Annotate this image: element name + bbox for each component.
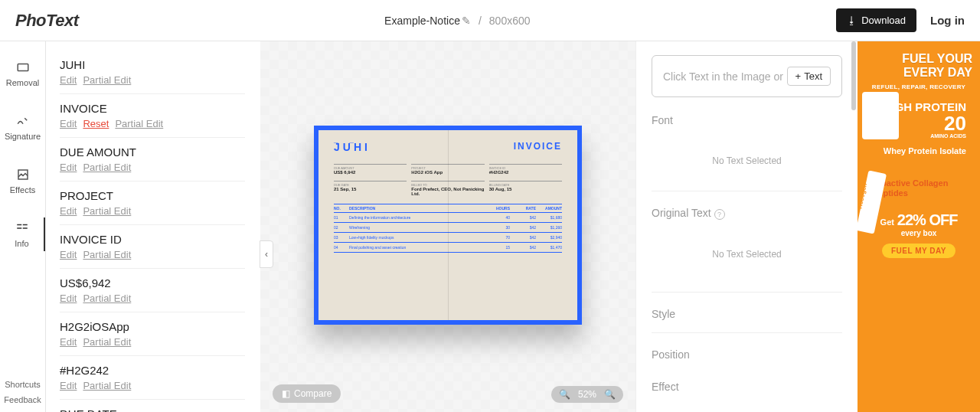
info-action-edit[interactable]: Edit <box>60 118 77 129</box>
zoom-out-button[interactable]: 🔍 <box>559 389 570 400</box>
info-action-edit[interactable]: Edit <box>60 249 77 260</box>
style-section-label: Style <box>652 308 842 320</box>
invoice-heading: INVOICE <box>514 141 562 153</box>
scrollbar[interactable] <box>851 41 856 412</box>
compare-icon: ◧ <box>282 388 290 399</box>
ad-cta-button[interactable]: FUEL MY DAY <box>882 244 956 258</box>
position-section-label: Position <box>652 348 842 361</box>
font-empty: No Text Selected <box>652 131 842 191</box>
effect-section-label: Effect <box>652 381 842 393</box>
info-action-partial-edit[interactable]: Partial Edit <box>115 118 163 129</box>
info-action-partial-edit[interactable]: Partial Edit <box>83 380 131 391</box>
ad-whey: Whey Protein Isolate <box>865 146 972 155</box>
svg-rect-2 <box>17 224 21 226</box>
invoice-cell: DUE AMOUNTUS$ 6,942 <box>334 164 407 175</box>
info-action-edit[interactable]: Edit <box>60 205 77 217</box>
nav-signature[interactable]: Signature <box>0 110 45 144</box>
text-prompt-box: Click Text in the Image or +Text <box>652 55 842 97</box>
collapse-panel-button[interactable]: ‹ <box>260 240 273 268</box>
info-block: H2G2iOSAppEditPartial Edit <box>60 312 245 356</box>
info-action-edit[interactable]: Edit <box>60 74 77 86</box>
info-action-reset[interactable]: Reset <box>83 118 109 129</box>
info-block-title: JUHI <box>60 58 245 71</box>
invoice-cell: PROJECTH2G2 iOS App <box>411 164 484 175</box>
info-action-partial-edit[interactable]: Partial Edit <box>83 336 131 348</box>
info-block-actions: EditPartial Edit <box>60 336 245 348</box>
ad-headline: FUEL YOUR EVERY DAY <box>865 52 972 79</box>
properties-panel: Click Text in the Image or +Text Font No… <box>635 41 858 412</box>
info-block-title: PROJECT <box>60 189 245 202</box>
logo[interactable]: PhoText <box>15 11 78 31</box>
nav-removal[interactable]: Removal <box>0 57 45 90</box>
topbar: PhoText Example-Notice✎ / 800x600 ⭳ Down… <box>0 0 980 41</box>
svg-rect-0 <box>18 64 28 71</box>
font-section-label: Font <box>652 114 842 126</box>
nav-info-label: Info <box>15 239 28 248</box>
info-block-title: DUE AMOUNT <box>60 146 245 159</box>
invoice-table-row: 03Low+high fidelity mockups70$42$2,940 <box>334 233 562 243</box>
invoice-preview[interactable]: JUHI INVOICE DUE AMOUNTUS$ 6,942PROJECTH… <box>314 126 582 325</box>
help-icon[interactable]: ? <box>714 209 725 220</box>
shortcuts-link[interactable]: Shortcuts <box>5 380 40 389</box>
zoom-in-button[interactable]: 🔍 <box>604 389 616 400</box>
info-action-edit[interactable]: Edit <box>60 162 77 173</box>
info-action-edit[interactable]: Edit <box>60 380 77 391</box>
info-block-title: DUE DATE <box>60 407 245 412</box>
add-text-label: Text <box>804 70 822 82</box>
info-block: JUHIEditPartial Edit <box>60 51 245 94</box>
separator: / <box>479 15 482 27</box>
nav-removal-label: Removal <box>6 78 39 87</box>
nav-effects-label: Effects <box>10 185 35 195</box>
info-action-partial-edit[interactable]: Partial Edit <box>83 293 131 304</box>
original-text-label: Original Text? <box>652 207 842 220</box>
info-block-actions: EditPartial Edit <box>60 162 245 173</box>
original-empty: No Text Selected <box>652 224 842 284</box>
info-block: INVOICEEditResetPartial Edit <box>60 94 245 138</box>
zoom-value: 52% <box>578 389 596 400</box>
info-icon <box>15 221 30 236</box>
login-link[interactable]: Log in <box>930 14 965 27</box>
ad-banner[interactable]: FUEL YOUR EVERY DAY REFUEL, REPAIR, RECO… <box>858 41 980 412</box>
download-label: Download <box>861 15 906 26</box>
signature-icon <box>15 113 31 129</box>
info-block-title: INVOICE <box>60 102 245 115</box>
invoice-table-row: 04Final polishing and asset creation15$4… <box>334 243 562 253</box>
info-block-actions: EditPartial Edit <box>60 380 245 391</box>
ad-offer: Get 22% OFF <box>865 211 972 229</box>
info-block: US$6,942EditPartial Edit <box>60 269 245 312</box>
nav-info[interactable]: Info <box>0 217 45 251</box>
download-button[interactable]: ⭳ Download <box>836 8 916 32</box>
feedback-link[interactable]: Feedback <box>4 395 41 404</box>
info-block: DUE AMOUNTEditPartial Edit <box>60 138 245 181</box>
info-block-actions: EditResetPartial Edit <box>60 118 245 129</box>
svg-rect-5 <box>22 227 27 229</box>
doc-dimensions: 800x600 <box>489 15 531 27</box>
invoice-cell: INVOICE ID#H2G242 <box>489 164 562 175</box>
info-panel: JUHIEditPartial EditINVOICEEditResetPart… <box>46 41 260 412</box>
svg-rect-4 <box>22 224 27 226</box>
nav-effects[interactable]: Effects <box>0 164 45 198</box>
info-block-actions: EditPartial Edit <box>60 293 245 304</box>
info-block-title: #H2G242 <box>60 364 245 377</box>
plus-icon: + <box>795 70 802 82</box>
invoice-cell: DUE DATE21 Sep, 15 <box>334 181 407 196</box>
doc-name[interactable]: Example-Notice✎ <box>384 15 471 27</box>
info-action-partial-edit[interactable]: Partial Edit <box>83 162 131 173</box>
info-action-edit[interactable]: Edit <box>60 293 77 304</box>
info-action-partial-edit[interactable]: Partial Edit <box>83 249 131 260</box>
zoom-control: 🔍 52% 🔍 <box>551 386 623 403</box>
text-prompt-msg: Click Text in the Image or <box>663 70 783 83</box>
info-action-partial-edit[interactable]: Partial Edit <box>83 205 131 217</box>
canvas-area[interactable]: ‹ JUHI INVOICE DUE AMOUNTUS$ 6,942PROJEC… <box>260 41 635 412</box>
pencil-icon[interactable]: ✎ <box>462 15 471 27</box>
ad-every: every box <box>865 229 972 237</box>
compare-button[interactable]: ◧ Compare <box>273 384 341 403</box>
info-action-partial-edit[interactable]: Partial Edit <box>83 74 131 86</box>
invoice-table-row: 02Wireframing30$42$1,260 <box>334 223 562 233</box>
ad-subhead: REFUEL, REPAIR, RECOVERY <box>865 83 972 90</box>
info-action-edit[interactable]: Edit <box>60 336 77 348</box>
info-block-title: US$6,942 <box>60 276 245 289</box>
add-text-button[interactable]: +Text <box>787 67 831 86</box>
download-icon: ⭳ <box>847 15 857 26</box>
doc-title-area: Example-Notice✎ / 800x600 <box>384 15 530 27</box>
